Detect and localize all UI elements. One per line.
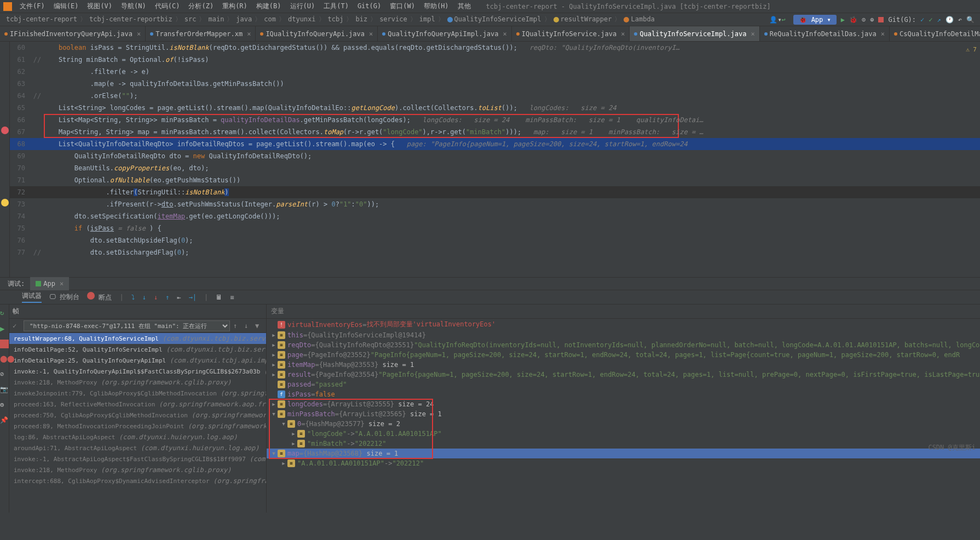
editor-tab[interactable]: IQualityInfoService.java× (512, 26, 630, 42)
breadcrumb-item[interactable]: biz (354, 15, 369, 23)
stack-frame[interactable]: intercept:688, CglibAopProxy$DynamicAdvi… (9, 475, 266, 486)
menu-item[interactable]: Git(G) (353, 2, 385, 10)
editor-tab[interactable]: ReQualityInfoDetailDas.java× (760, 26, 890, 42)
code-line[interactable]: 73 .ifPresent(r->dto.setPushWmsStatus(In… (10, 198, 980, 210)
expand-arrow-icon[interactable]: ▶ (270, 332, 278, 338)
breadcrumb-item[interactable]: tcbj-center-report (4, 15, 79, 23)
code-line[interactable]: 76 dto.setBatchUpsideFlag(0); (10, 234, 980, 246)
trace-icon[interactable]: ≡ (230, 294, 234, 301)
settings-icon[interactable]: ⚙ (0, 401, 9, 410)
stop-debug-icon[interactable] (0, 340, 9, 348)
code-line[interactable]: 64 // .orElse(""); (10, 90, 980, 102)
expand-arrow-icon[interactable]: ▶ (270, 352, 278, 358)
breadcrumb-item[interactable]: resultWrapper (552, 15, 614, 23)
breadcrumb-item[interactable]: impl (418, 15, 437, 23)
close-tab-icon[interactable]: × (501, 30, 507, 38)
stack-frame[interactable]: invoke:-1, QualityInfoQueryApiImpl$$Fast… (9, 366, 266, 377)
variable-row[interactable]: ▶≡reqDto = {QualityInfoReqDto@23551} "Qu… (267, 340, 980, 350)
code-line[interactable]: 71 Optional.ofNullable(eo.getPushWmsStat… (10, 174, 980, 186)
code-line[interactable]: 74 dto.setSpecification(itemMap.get(eo.g… (10, 210, 980, 222)
code-line[interactable]: 62 .filter(e -> e) (10, 66, 980, 78)
frame-list[interactable]: resultWrapper:68, QualityInfoServiceImpl… (9, 333, 266, 486)
fold-marker[interactable] (32, 42, 43, 54)
code-line[interactable]: 77 // dto.setDischargedFlag(0); (10, 246, 980, 258)
breadcrumb-item[interactable]: src (183, 15, 198, 23)
editor-tab[interactable]: QualityInfoServiceImpl.java× (630, 26, 759, 42)
back-icon[interactable]: ↩ (781, 16, 789, 24)
code-line[interactable]: 66 List<Map<String, String>> minPassBatc… (10, 114, 980, 126)
close-tab-icon[interactable]: × (135, 30, 141, 38)
fold-marker[interactable] (32, 234, 43, 246)
editor[interactable]: ⚠ 7 60 boolean isPass = StringUtil.isNot… (0, 42, 980, 277)
fold-marker[interactable]: // (32, 54, 43, 66)
get-thread-dump-icon[interactable]: 📷 (0, 386, 9, 394)
fold-marker[interactable] (32, 150, 43, 162)
git-rollback-icon[interactable]: ↶ (958, 16, 962, 24)
menu-item[interactable]: 构建(B) (252, 2, 286, 10)
frames-up-icon[interactable]: ↑ (233, 322, 241, 330)
thread-selector[interactable]: "http-nio-8748-exec-7"@17,111 在组 "main":… (24, 320, 230, 331)
rerun-icon[interactable]: ↻ (0, 309, 9, 318)
user-icon[interactable]: 👤▾ (769, 16, 777, 24)
breadcrumb-item[interactable]: main (206, 15, 226, 23)
fold-marker[interactable] (32, 114, 43, 126)
thread-check-icon[interactable]: ✓ (13, 322, 20, 330)
breakpoint-icon[interactable] (1, 127, 9, 134)
code-line[interactable]: 69 QualityInfoDetailReqDto dto = new Qua… (10, 150, 980, 162)
force-step-into-icon[interactable]: ↓ (154, 294, 158, 301)
fold-marker[interactable] (32, 222, 43, 234)
breadcrumb-item[interactable]: com (262, 15, 278, 23)
editor-tab[interactable]: IFinishedInventoryQueryApi.java× (0, 26, 146, 42)
variable-row[interactable]: ▶≡page = {PageInfo@23552} "PageInfo{page… (267, 350, 980, 360)
editor-tab[interactable]: CsQualityInfoDetailMapper.java× (890, 26, 980, 42)
debugger-tab[interactable]: 调试器 (22, 291, 42, 303)
breadcrumb-item[interactable]: QualityInfoServiceImpl (446, 15, 543, 23)
coverage-button[interactable]: ⊙ (862, 16, 866, 24)
variable-row[interactable]: fisPass = false (267, 389, 980, 399)
variable-row[interactable]: ▶≡"A.A.01.01.AA010151AP" -> "202212" (267, 458, 980, 468)
fold-marker[interactable] (32, 138, 43, 150)
breadcrumb-item[interactable]: tcbj-center-reportbiz (88, 15, 174, 23)
close-tab-icon[interactable]: × (748, 30, 754, 38)
close-tab-icon[interactable]: × (367, 30, 373, 38)
stack-frame[interactable]: invoke:218, MethodProxy (org.springframe… (9, 464, 266, 475)
stack-frame[interactable]: aroundApi:71, AbstractApiLogAspect (com.… (9, 443, 266, 453)
fold-marker[interactable] (32, 174, 43, 186)
fold-marker[interactable] (32, 78, 43, 90)
git-commit-icon[interactable]: ✓ (929, 16, 932, 24)
fold-marker[interactable]: // (32, 246, 43, 258)
variable-row[interactable]: ▶≡this = {QualityInfoServiceImpl@19414} (267, 330, 980, 340)
stack-frame[interactable]: proceed:750, CglibAopProxy$CglibMethodIn… (9, 410, 266, 421)
mute-breakpoints-icon[interactable]: ⊘ (0, 370, 9, 379)
run-button[interactable]: ▶ (841, 16, 845, 24)
resume-icon[interactable]: ▶ (0, 324, 9, 333)
breadcrumb-item[interactable]: dtyunxi (286, 15, 318, 23)
close-tab-icon[interactable]: × (619, 30, 625, 38)
frames-filter-icon[interactable]: ▼ (255, 322, 263, 330)
debug-session-tab[interactable]: App × (30, 277, 69, 290)
close-tab-icon[interactable]: × (879, 30, 885, 38)
stack-frame[interactable]: proceed:163, ReflectiveMethodInvocation … (9, 399, 266, 410)
code-line[interactable]: 75 if (isPass = false ) { (10, 222, 980, 234)
menu-item[interactable]: 运行(U) (286, 2, 320, 10)
code-line[interactable]: 65 List<String> longCodes = page.getList… (10, 102, 980, 114)
expand-arrow-icon[interactable]: ▶ (270, 372, 278, 377)
breadcrumb-item[interactable]: tcbj (326, 15, 345, 23)
breadcrumb-item[interactable]: java (234, 15, 253, 23)
stack-frame[interactable]: log:86, AbstractApiLogAspect (com.dtyunx… (9, 432, 266, 443)
menu-item[interactable]: 编辑(E) (49, 2, 83, 10)
fold-marker[interactable] (32, 210, 43, 222)
code-line[interactable]: 61 // String minBatch = Optional.of(!isP… (10, 54, 980, 66)
git-push-icon[interactable]: ↗ (937, 16, 941, 24)
code-line[interactable]: 72 .filter(StringUtil::isNotBlank) (10, 186, 980, 198)
drop-frame-icon[interactable]: ⇤ (177, 294, 181, 301)
stack-frame[interactable]: infoDetailPage:52, QualityInfoServiceImp… (9, 344, 266, 355)
expand-arrow-icon[interactable]: ▶ (270, 342, 278, 348)
console-tab[interactable]: 🖵 控制台 (49, 292, 79, 302)
step-out-icon[interactable]: ↑ (165, 294, 169, 301)
fold-marker[interactable] (32, 198, 43, 210)
debug-button[interactable]: 🐞 (849, 16, 857, 24)
variable-row[interactable]: ≡passed = "passed" (267, 380, 980, 389)
close-tab-icon[interactable]: × (245, 30, 251, 38)
stack-frame[interactable]: invoke:218, MethodProxy (org.springframe… (9, 377, 266, 388)
